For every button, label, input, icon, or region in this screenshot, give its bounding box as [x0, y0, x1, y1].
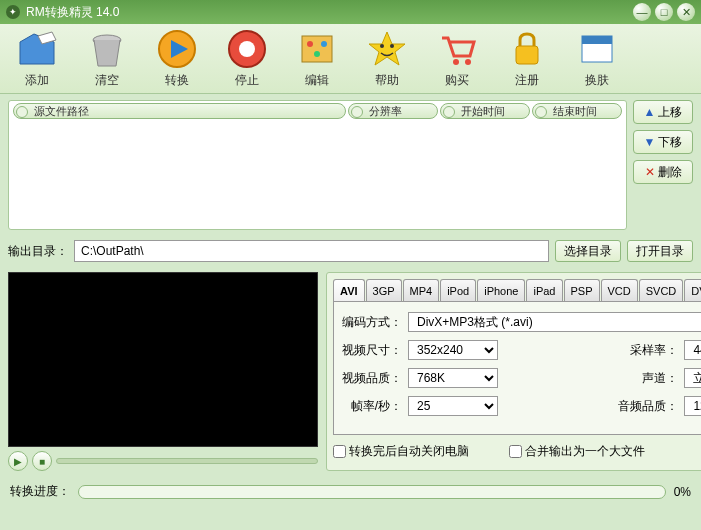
output-path-input[interactable] [74, 240, 549, 262]
svg-point-10 [453, 59, 459, 65]
tab-mp4[interactable]: MP4 [403, 279, 440, 301]
folder-add-icon [16, 28, 58, 70]
col-path[interactable]: 源文件路径 [13, 103, 346, 119]
tab-3gp[interactable]: 3GP [366, 279, 402, 301]
minimize-button[interactable]: — [633, 3, 651, 21]
size-label: 视频尺寸： [342, 342, 402, 359]
shutdown-checkbox[interactable] [333, 445, 346, 458]
channel-label: 声道： [642, 370, 678, 387]
trash-icon [86, 28, 128, 70]
choose-dir-button[interactable]: 选择目录 [555, 240, 621, 262]
progress-bar [78, 485, 666, 499]
tab-svcd[interactable]: SVCD [639, 279, 684, 301]
channel-select[interactable]: 立体声 [684, 368, 701, 388]
delete-button[interactable]: ✕删除 [633, 160, 693, 184]
svg-point-11 [465, 59, 471, 65]
toolbar-convert[interactable]: 转换 [148, 28, 206, 89]
tab-avi[interactable]: AVI [333, 279, 365, 301]
toolbar-label: 注册 [515, 72, 539, 89]
window-title: RM转换精灵 14.0 [26, 4, 119, 21]
toolbar-label: 编辑 [305, 72, 329, 89]
toolbar-label: 转换 [165, 72, 189, 89]
tab-dvd[interactable]: DVD [684, 279, 701, 301]
window-icon [576, 28, 618, 70]
aquality-label: 音频品质： [618, 398, 678, 415]
fps-label: 帧率/秒： [342, 398, 402, 415]
tab-ipad[interactable]: iPad [526, 279, 562, 301]
svg-rect-14 [582, 36, 612, 44]
svg-rect-4 [302, 36, 332, 62]
format-tabs: AVI 3GP MP4 iPod iPhone iPad PSP VCD SVC… [333, 279, 701, 301]
video-preview [8, 272, 318, 447]
toolbar-label: 添加 [25, 72, 49, 89]
sample-select[interactable]: 44100 [684, 340, 701, 360]
col-end[interactable]: 结束时间 [532, 103, 622, 119]
progress-label: 转换进度： [10, 483, 70, 500]
toolbar-label: 换肤 [585, 72, 609, 89]
tab-ipod[interactable]: iPod [440, 279, 476, 301]
close-button[interactable]: ✕ [677, 3, 695, 21]
move-up-button[interactable]: ▲上移 [633, 100, 693, 124]
play-icon [156, 28, 198, 70]
shutdown-check[interactable]: 转换完后自动关闭电脑 [333, 443, 469, 460]
tab-iphone[interactable]: iPhone [477, 279, 525, 301]
list-header: 源文件路径 分辨率 开始时间 结束时间 [9, 101, 626, 121]
play-button[interactable]: ▶ [8, 451, 28, 471]
encode-label: 编码方式： [342, 314, 402, 331]
merge-check[interactable]: 合并输出为一个大文件 [509, 443, 645, 460]
stop-icon [226, 28, 268, 70]
toolbar-skin[interactable]: 换肤 [568, 28, 626, 89]
toolbar-stop[interactable]: 停止 [218, 28, 276, 89]
svg-point-5 [307, 41, 313, 47]
edit-icon [296, 28, 338, 70]
svg-point-3 [239, 41, 255, 57]
fps-select[interactable]: 25 [408, 396, 498, 416]
lock-icon [506, 28, 548, 70]
svg-point-8 [380, 44, 384, 48]
progress-value: 0% [674, 485, 691, 499]
svg-point-7 [314, 51, 320, 57]
toolbar-label: 帮助 [375, 72, 399, 89]
merge-checkbox[interactable] [509, 445, 522, 458]
toolbar-edit[interactable]: 编辑 [288, 28, 346, 89]
seek-slider[interactable] [56, 458, 318, 464]
maximize-button[interactable]: □ [655, 3, 673, 21]
svg-point-9 [390, 44, 394, 48]
toolbar-register[interactable]: 注册 [498, 28, 556, 89]
vquality-select[interactable]: 768K [408, 368, 498, 388]
svg-point-6 [321, 41, 327, 47]
encode-select[interactable]: DivX+MP3格式 (*.avi) [408, 312, 701, 332]
svg-rect-12 [516, 46, 538, 64]
aquality-select[interactable]: 128K [684, 396, 701, 416]
toolbar-add[interactable]: 添加 [8, 28, 66, 89]
toolbar-buy[interactable]: 购买 [428, 28, 486, 89]
titlebar: ✦ RM转换精灵 14.0 — □ ✕ [0, 0, 701, 24]
open-dir-button[interactable]: 打开目录 [627, 240, 693, 262]
col-start[interactable]: 开始时间 [440, 103, 530, 119]
tab-psp[interactable]: PSP [564, 279, 600, 301]
toolbar-clear[interactable]: 清空 [78, 28, 136, 89]
stop-preview-button[interactable]: ■ [32, 451, 52, 471]
app-icon: ✦ [6, 5, 20, 19]
file-list[interactable]: 源文件路径 分辨率 开始时间 结束时间 [8, 100, 627, 230]
toolbar-label: 停止 [235, 72, 259, 89]
star-icon [366, 28, 408, 70]
sample-label: 采样率： [630, 342, 678, 359]
tab-vcd[interactable]: VCD [601, 279, 638, 301]
toolbar-label: 购买 [445, 72, 469, 89]
size-select[interactable]: 352x240 [408, 340, 498, 360]
vquality-label: 视频品质： [342, 370, 402, 387]
main-toolbar: 添加 清空 转换 停止 编辑 帮助 购买 注册 换肤 [0, 24, 701, 94]
toolbar-help[interactable]: 帮助 [358, 28, 416, 89]
move-down-button[interactable]: ▼下移 [633, 130, 693, 154]
settings-panel: AVI 3GP MP4 iPod iPhone iPad PSP VCD SVC… [326, 272, 701, 471]
col-resolution[interactable]: 分辨率 [348, 103, 438, 119]
output-label: 输出目录： [8, 243, 68, 260]
cart-icon [436, 28, 478, 70]
toolbar-label: 清空 [95, 72, 119, 89]
